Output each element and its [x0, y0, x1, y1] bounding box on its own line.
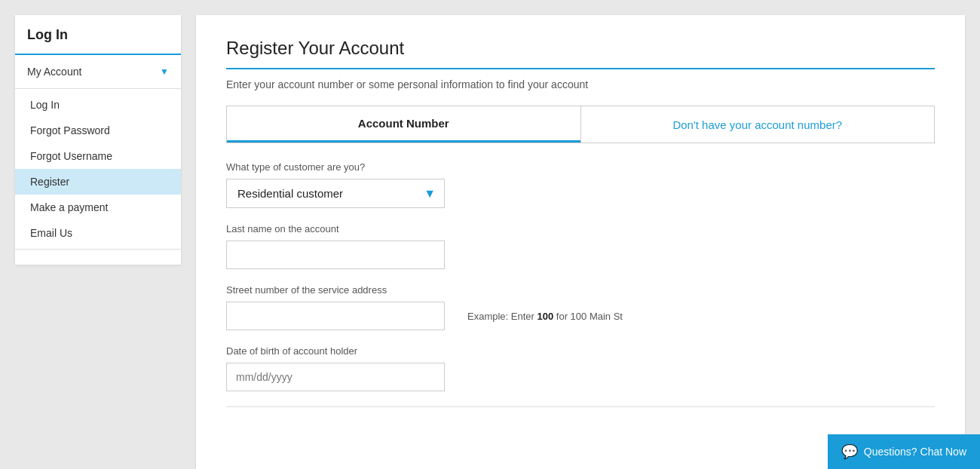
divider	[226, 406, 935, 407]
sidebar-item-register[interactable]: Register	[15, 169, 181, 195]
customer-type-group: What type of customer are you? Residenti…	[226, 161, 935, 208]
sidebar-item-email-us[interactable]: Email Us	[15, 220, 181, 246]
example-bold: 100	[537, 311, 554, 322]
chat-icon: 💬	[841, 443, 858, 460]
last-name-group: Last name on the account	[226, 223, 935, 269]
example-suffix: for 100 Main St	[553, 311, 623, 322]
tab-account-number[interactable]: Account Number	[227, 106, 580, 143]
chat-label: Questions? Chat Now	[864, 446, 966, 458]
example-prefix: Example: Enter	[467, 311, 537, 322]
customer-type-select[interactable]: Residential customer Commercial customer	[226, 179, 445, 208]
street-row: Example: Enter 100 for 100 Main St	[226, 302, 935, 330]
dob-input[interactable]	[226, 363, 445, 391]
customer-type-select-wrapper: Residential customer Commercial customer…	[226, 179, 445, 208]
chat-button[interactable]: 💬 Questions? Chat Now	[828, 434, 980, 469]
sidebar-item-make-payment[interactable]: Make a payment	[15, 195, 181, 220]
sidebar-dropdown-section: My Account ▼	[15, 55, 181, 89]
customer-type-label: What type of customer are you?	[226, 161, 935, 173]
dob-group: Date of birth of account holder	[226, 345, 935, 391]
main-content: Register Your Account Enter your account…	[196, 15, 965, 469]
street-number-input[interactable]	[226, 302, 445, 330]
tab-no-account-number[interactable]: Don't have your account number?	[580, 106, 935, 143]
example-text: Example: Enter 100 for 100 Main St	[467, 302, 623, 322]
sidebar-nav: Log In Forgot Password Forgot Username R…	[15, 89, 181, 250]
sidebar-item-login[interactable]: Log In	[15, 92, 181, 118]
chevron-down-icon: ▼	[160, 66, 169, 77]
last-name-label: Last name on the account	[226, 223, 935, 234]
page-subtitle: Enter your account number or some person…	[226, 78, 935, 90]
my-account-label: My Account	[27, 66, 81, 78]
tab-row: Account Number Don't have your account n…	[226, 106, 935, 143]
my-account-dropdown[interactable]: My Account ▼	[15, 58, 181, 85]
sidebar: Log In My Account ▼ Log In Forgot Passwo…	[15, 15, 181, 265]
page-title: Register Your Account	[226, 38, 935, 69]
sidebar-title: Log In	[15, 15, 181, 55]
dob-label: Date of birth of account holder	[226, 345, 935, 357]
sidebar-item-forgot-password[interactable]: Forgot Password	[15, 118, 181, 143]
street-number-group: Street number of the service address Exa…	[226, 284, 935, 330]
last-name-input[interactable]	[226, 241, 445, 269]
sidebar-item-forgot-username[interactable]: Forgot Username	[15, 143, 181, 169]
street-number-label: Street number of the service address	[226, 284, 935, 296]
